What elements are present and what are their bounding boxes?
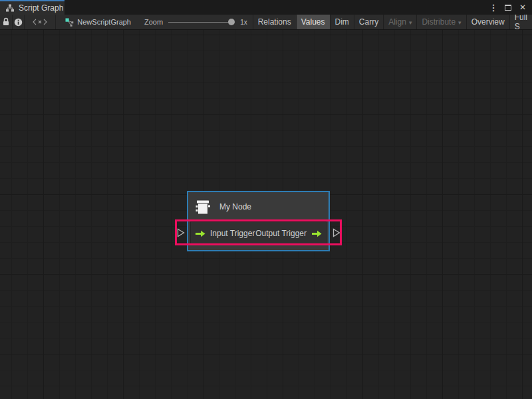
zoom-label: Zoom xyxy=(144,18,163,26)
node-title: My Node xyxy=(219,202,251,211)
maximize-icon xyxy=(505,5,511,11)
zoom-to-fit-button[interactable] xyxy=(25,15,56,29)
tab-title: Script Graph xyxy=(19,3,63,13)
trigger-arrow-icon xyxy=(311,230,322,237)
dim-button[interactable]: Dim xyxy=(330,15,354,29)
distribute-dropdown[interactable]: Distribute ▾ xyxy=(416,15,466,29)
graph-breadcrumb[interactable]: NewScriptGraph xyxy=(56,15,139,29)
info-icon xyxy=(14,18,23,27)
chevron-down-icon: ▾ xyxy=(409,19,412,26)
graph-icon xyxy=(65,18,74,27)
align-dropdown[interactable]: Align ▾ xyxy=(383,15,416,29)
values-button[interactable]: Values xyxy=(296,15,330,29)
port-output-trigger[interactable]: Output Trigger xyxy=(255,229,322,238)
window-controls: ⋮ ✕ xyxy=(488,0,532,15)
tab-bar: Script Graph ⋮ ✕ xyxy=(0,0,532,15)
zoom-slider[interactable] xyxy=(168,18,235,26)
chevron-down-icon: ▾ xyxy=(458,19,462,26)
overview-button[interactable]: Overview xyxy=(466,15,509,29)
port-input-trigger[interactable]: Input Trigger xyxy=(195,229,255,238)
close-button[interactable]: ✕ xyxy=(517,1,528,13)
zoom-control: Zoom 1x xyxy=(139,15,253,29)
info-button[interactable] xyxy=(13,15,25,29)
toolbar-right-group: Relations Values Dim Carry Align ▾ Distr… xyxy=(253,15,532,29)
external-output-port[interactable] xyxy=(332,228,340,237)
port-label: Input Trigger xyxy=(210,229,255,238)
graph-toolbar: NewScriptGraph Zoom 1x Relations Values … xyxy=(0,15,532,30)
zoom-slider-track xyxy=(168,22,235,23)
node-my-node[interactable]: My Node Input Trigger Output Trigger xyxy=(187,191,330,251)
trigger-arrow-icon xyxy=(195,230,205,237)
carry-button[interactable]: Carry xyxy=(354,15,383,29)
port-label: Output Trigger xyxy=(255,229,307,238)
hollow-triangle-icon xyxy=(332,228,340,237)
maximize-button[interactable] xyxy=(503,1,513,13)
zoom-value: 1x xyxy=(240,19,247,26)
hierarchy-icon xyxy=(5,4,15,12)
lock-button[interactable] xyxy=(0,15,13,29)
node-header[interactable]: My Node xyxy=(188,192,329,221)
graph-name: NewScriptGraph xyxy=(77,18,131,26)
lock-icon xyxy=(2,17,10,27)
external-input-port[interactable] xyxy=(177,228,185,237)
zoom-slider-handle[interactable] xyxy=(228,19,235,25)
script-graph-window: Script Graph ⋮ ✕ xyxy=(0,0,532,399)
node-ports-row: Input Trigger Output Trigger xyxy=(190,221,327,245)
angle-brackets-x-icon xyxy=(33,19,47,25)
fullscreen-button[interactable]: Full S xyxy=(509,15,532,29)
unit-icon xyxy=(195,200,211,215)
relations-button[interactable]: Relations xyxy=(253,15,296,29)
graph-canvas[interactable]: My Node Input Trigger Output Trigger xyxy=(0,30,532,399)
hollow-triangle-icon xyxy=(177,228,185,237)
tab-script-graph[interactable]: Script Graph xyxy=(0,0,65,15)
window-menu-button[interactable]: ⋮ xyxy=(488,1,499,13)
